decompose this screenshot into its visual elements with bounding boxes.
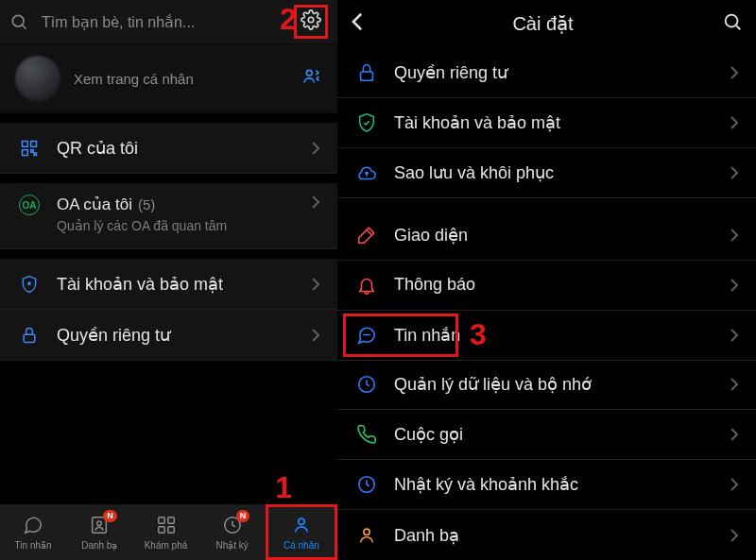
settings-calls-row[interactable]: Cuộc gọi <box>337 410 756 460</box>
settings-security-row[interactable]: Tài khoản và bảo mật <box>337 98 756 148</box>
svg-point-9 <box>28 282 30 284</box>
gear-icon <box>301 9 321 34</box>
chevron-right-icon <box>311 195 320 210</box>
svg-point-3 <box>306 70 312 76</box>
profile-section-1: QR của tôi <box>0 123 337 174</box>
my-oa-label: OA của tôi <box>57 195 132 213</box>
settings-button[interactable] <box>294 5 328 39</box>
svg-point-18 <box>299 518 304 524</box>
settings-backup-row[interactable]: Sao lưu và khôi phục <box>337 148 756 198</box>
search-field[interactable]: Tìm bạn bè, tin nhắn... <box>9 12 294 31</box>
chevron-right-icon <box>730 278 739 293</box>
phone-icon <box>354 424 379 445</box>
chevron-right-icon <box>730 228 739 243</box>
settings-messages-row[interactable]: Tin nhắn <box>337 311 756 361</box>
shield-icon <box>354 112 379 133</box>
chevron-right-icon <box>730 477 739 492</box>
settings-data-label: Quản lý dữ liệu và bộ nhớ <box>379 374 730 395</box>
cloud-icon <box>354 162 379 183</box>
person-icon <box>290 515 313 537</box>
settings-theme-label: Giao diện <box>379 225 730 246</box>
settings-theme-row[interactable]: Giao diện <box>337 211 756 261</box>
settings-privacy-label: Quyền riêng tư <box>379 62 730 83</box>
search-button[interactable] <box>722 11 743 36</box>
svg-line-20 <box>736 26 740 30</box>
chevron-right-icon <box>730 427 739 442</box>
settings-data-row[interactable]: Quản lý dữ liệu và bộ nhớ <box>337 361 756 411</box>
svg-rect-7 <box>31 149 34 152</box>
chevron-right-icon <box>730 528 739 543</box>
svg-rect-8 <box>34 153 37 156</box>
settings-backup-label: Sao lưu và khôi phục <box>379 162 730 183</box>
svg-rect-16 <box>167 526 173 532</box>
settings-contacts-label: Danh bạ <box>379 525 730 546</box>
settings-header: Cài đặt <box>337 0 756 48</box>
svg-point-12 <box>97 520 102 525</box>
svg-rect-21 <box>361 72 373 80</box>
profile-header: Tìm bạn bè, tin nhắn... <box>0 0 337 43</box>
chevron-right-icon <box>311 277 320 292</box>
person-icon <box>354 525 379 546</box>
my-oa-row[interactable]: OA OA của tôi(5) Quản lý các OA đã quan … <box>0 183 337 249</box>
discover-icon <box>155 515 178 537</box>
svg-line-1 <box>23 25 26 29</box>
settings-privacy-row[interactable]: Quyền riêng tư <box>337 48 756 98</box>
tab-contacts[interactable]: N Danh bạ <box>66 504 132 560</box>
security-label: Tài khoản và bảo mật <box>42 274 311 295</box>
svg-rect-5 <box>31 141 37 146</box>
tab-discover[interactable]: Khám phá <box>132 504 198 560</box>
svg-rect-6 <box>23 149 28 155</box>
badge-n: N <box>103 510 117 522</box>
tab-messages[interactable]: Tin nhắn <box>0 504 66 560</box>
back-button[interactable] <box>351 11 364 36</box>
settings-notif-row[interactable]: Thông báo <box>337 261 756 311</box>
chevron-right-icon <box>730 377 739 392</box>
svg-point-19 <box>726 15 738 27</box>
profile-subtitle: Xem trang cá nhân <box>74 71 301 87</box>
settings-title: Cài đặt <box>364 12 722 35</box>
chevron-right-icon <box>311 141 320 156</box>
chevron-right-icon <box>730 165 739 180</box>
tab-me[interactable]: Cá nhân <box>266 504 337 560</box>
oa-count: (5) <box>138 196 155 212</box>
shield-icon <box>17 275 42 294</box>
privacy-row[interactable]: Quyền riêng tư <box>0 310 337 361</box>
settings-contacts-row[interactable]: Danh bạ <box>337 510 756 560</box>
chevron-right-icon <box>730 328 739 343</box>
chat-icon <box>22 515 44 537</box>
phone-profile-screen: 2 1 Tìm bạn bè, tin nhắn... <box>0 0 337 560</box>
search-placeholder: Tìm bạn bè, tin nhắn... <box>42 13 195 31</box>
tab-contacts-label: Danh bạ <box>81 540 117 551</box>
tab-messages-label: Tin nhắn <box>15 540 52 551</box>
settings-diary-label: Nhật ký và khoảnh khắc <box>379 474 730 495</box>
chevron-right-icon <box>730 65 739 80</box>
switch-account-icon[interactable] <box>301 66 322 91</box>
settings-security-label: Tài khoản và bảo mật <box>379 112 730 133</box>
svg-rect-13 <box>158 517 163 522</box>
tab-diary[interactable]: N Nhật ký <box>199 504 266 560</box>
security-row[interactable]: Tài khoản và bảo mật <box>0 259 337 310</box>
tab-discover-label: Khám phá <box>145 540 188 551</box>
tab-diary-label: Nhật ký <box>216 540 249 551</box>
callout-1: 1 <box>275 470 292 505</box>
my-qr-label: QR của tôi <box>42 138 311 159</box>
profile-row[interactable]: Xem trang cá nhân <box>0 43 337 113</box>
svg-rect-4 <box>23 141 28 146</box>
phone-settings-screen: 3 Cài đặt Quyền riêng tư Tài khoản và bả… <box>337 0 756 560</box>
qr-icon <box>17 139 42 158</box>
svg-point-25 <box>364 529 369 535</box>
brush-icon <box>354 225 379 246</box>
chevron-right-icon <box>730 115 739 130</box>
timeline-icon <box>354 474 379 495</box>
my-qr-row[interactable]: QR của tôi <box>0 123 337 174</box>
tab-bar: Tin nhắn N Danh bạ Khám phá N Nhật ký <box>0 503 337 560</box>
my-oa-sub: Quản lý các OA đã quan tâm <box>57 218 311 233</box>
lock-icon <box>354 62 379 83</box>
chevron-right-icon <box>311 328 320 343</box>
settings-diary-row[interactable]: Nhật ký và khoảnh khắc <box>337 460 756 510</box>
tab-me-label: Cá nhân <box>284 540 319 551</box>
badge-n: N <box>236 510 250 522</box>
svg-rect-10 <box>24 334 35 342</box>
avatar <box>15 56 60 101</box>
svg-rect-15 <box>158 526 163 532</box>
